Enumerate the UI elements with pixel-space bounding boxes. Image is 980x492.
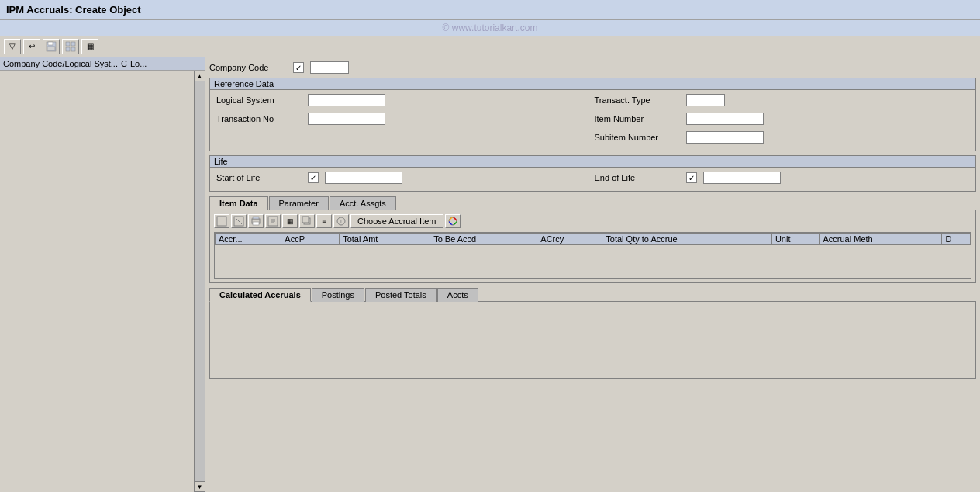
sidebar-scrollbar[interactable]: ▲ ▼ xyxy=(194,71,205,492)
transact-type-row: Transact. Type xyxy=(595,94,970,106)
reference-data-title: Reference Data xyxy=(210,78,975,90)
start-of-life-input[interactable] xyxy=(325,172,402,184)
scroll-up-button[interactable]: ▲ xyxy=(195,71,205,81)
copy-button[interactable] xyxy=(299,214,315,228)
content-area: Company Code ✓ Reference Data Logical Sy… xyxy=(205,57,980,492)
col-total-qty: Total Qty to Accrue xyxy=(602,234,772,245)
grid2-button[interactable]: ▦ xyxy=(81,39,98,54)
export-button[interactable] xyxy=(265,214,281,228)
company-code-input[interactable] xyxy=(310,61,349,74)
main-tabs: Item Data Parameter Acct. Assgts xyxy=(209,196,976,283)
filter-button[interactable]: ▽ xyxy=(4,39,21,54)
transact-type-input[interactable] xyxy=(686,94,725,106)
tab-item-data[interactable]: Item Data xyxy=(209,196,268,210)
col-d: D xyxy=(942,234,971,245)
item-data-table-area: Accr... AccP Total Amt To Be Accd ACrcy … xyxy=(214,232,971,279)
svg-rect-11 xyxy=(253,217,259,219)
logical-system-row: Logical System xyxy=(216,94,592,106)
save-button[interactable] xyxy=(43,39,60,54)
tab-calculated-accruals[interactable]: Calculated Accruals xyxy=(209,288,311,302)
scroll-down-button[interactable]: ▼ xyxy=(195,481,205,492)
choose-accrual-item-button[interactable]: Choose Accrual Item xyxy=(350,214,443,228)
start-of-life-label: Start of Life xyxy=(216,173,302,182)
end-of-life-label: End of Life xyxy=(595,173,680,182)
undo-button[interactable]: ↩ xyxy=(23,39,40,54)
end-of-life-row: End of Life ✓ xyxy=(595,172,970,184)
svg-rect-12 xyxy=(253,222,259,225)
tab-parameter[interactable]: Parameter xyxy=(269,196,329,210)
sidebar-body: ▲ ▼ xyxy=(0,71,205,492)
main-toolbar: ▽ ↩ ▦ xyxy=(0,36,980,57)
col-accr: Accr... xyxy=(216,234,281,245)
scroll-track xyxy=(195,81,205,481)
svg-line-9 xyxy=(236,218,242,224)
title-bar: IPM Accruals: Create Object xyxy=(0,0,980,20)
details-button[interactable]: i xyxy=(333,214,349,228)
table-header-row: Accr... AccP Total Amt To Be Accd ACrcy … xyxy=(216,234,971,245)
reference-data-left: Logical System Transaction No xyxy=(216,94,592,147)
col-total-amt: Total Amt xyxy=(340,234,430,245)
svg-rect-5 xyxy=(66,47,70,51)
bottom-tab-bar: Calculated Accruals Postings Posted Tota… xyxy=(209,287,976,301)
end-of-life-checkbox[interactable]: ✓ xyxy=(686,172,697,183)
transact-type-label: Transact. Type xyxy=(595,95,680,105)
item-number-input[interactable] xyxy=(686,113,764,125)
logical-system-label: Logical System xyxy=(216,95,302,105)
bottom-tabs: Calculated Accruals Postings Posted Tota… xyxy=(209,287,976,379)
sidebar-list[interactable] xyxy=(0,71,194,492)
transaction-no-input[interactable] xyxy=(308,113,385,125)
company-code-checkbox[interactable]: ✓ xyxy=(293,62,304,73)
reference-data-grid: Logical System Transaction No Transact. … xyxy=(216,94,969,147)
svg-rect-18 xyxy=(302,217,309,223)
svg-rect-4 xyxy=(71,42,75,46)
new-row-button[interactable] xyxy=(214,214,229,228)
sidebar: Company Code/Logical Syst... C Lo... ▲ ▼ xyxy=(0,57,205,492)
item-number-row: Item Number xyxy=(595,113,970,125)
life-grid: Start of Life ✓ End of Life ✓ xyxy=(216,172,969,187)
delete-row-button[interactable] xyxy=(231,214,247,228)
col-accrual-meth: Accrual Meth xyxy=(820,234,942,245)
sidebar-col2: C xyxy=(121,59,127,68)
save-icon xyxy=(46,41,57,52)
main-layout: Company Code/Logical Syst... C Lo... ▲ ▼… xyxy=(0,57,980,492)
subitem-number-label: Subitem Number xyxy=(595,133,680,142)
details-icon: i xyxy=(336,216,347,227)
watermark: © www.tutorialkart.com xyxy=(0,20,980,36)
copy-icon xyxy=(302,216,312,227)
sidebar-col1: Company Code/Logical Syst... xyxy=(3,59,118,68)
tab-content-item-data: ▦ ≡ i Choose xyxy=(209,210,976,283)
company-code-row: Company Code ✓ xyxy=(209,61,976,74)
export-icon xyxy=(267,216,278,227)
reference-data-content: Logical System Transaction No Transact. … xyxy=(210,90,975,151)
logical-system-input[interactable] xyxy=(308,94,385,106)
reference-data-section: Reference Data Logical System Transactio… xyxy=(209,78,976,151)
item-data-table: Accr... AccP Total Amt To Be Accd ACrcy … xyxy=(215,233,971,245)
color-button[interactable] xyxy=(445,214,461,228)
sidebar-col3: Lo... xyxy=(130,59,147,68)
company-code-label: Company Code xyxy=(209,63,287,72)
col-to-be-accd: To Be Accd xyxy=(430,234,537,245)
tab-posted-totals[interactable]: Posted Totals xyxy=(365,288,437,302)
subitem-number-input[interactable] xyxy=(686,131,764,144)
print-button[interactable] xyxy=(248,214,264,228)
start-of-life-row: Start of Life ✓ xyxy=(216,172,592,184)
life-content: Start of Life ✓ End of Life ✓ xyxy=(210,168,975,191)
paste-button[interactable]: ≡ xyxy=(316,214,332,228)
tab-bar: Item Data Parameter Acct. Assgts xyxy=(209,196,976,210)
tab-acct-assgts[interactable]: Acct. Assgts xyxy=(330,196,396,210)
svg-text:i: i xyxy=(340,218,342,225)
app-title: IPM Accruals: Create Object xyxy=(6,4,141,16)
life-title: Life xyxy=(210,156,975,168)
sidebar-header: Company Code/Logical Syst... C Lo... xyxy=(0,57,205,71)
end-of-life-input[interactable] xyxy=(703,172,781,184)
svg-rect-3 xyxy=(66,42,70,46)
import-button[interactable]: ▦ xyxy=(282,214,298,228)
delete-icon xyxy=(233,216,244,227)
new-row-icon xyxy=(216,216,227,227)
svg-rect-2 xyxy=(47,47,55,50)
start-of-life-checkbox[interactable]: ✓ xyxy=(308,172,319,183)
col-acrcy: ACrcy xyxy=(537,234,602,245)
tab-postings[interactable]: Postings xyxy=(312,288,364,302)
grid-button[interactable] xyxy=(62,39,79,54)
tab-accts[interactable]: Accts xyxy=(437,288,478,302)
